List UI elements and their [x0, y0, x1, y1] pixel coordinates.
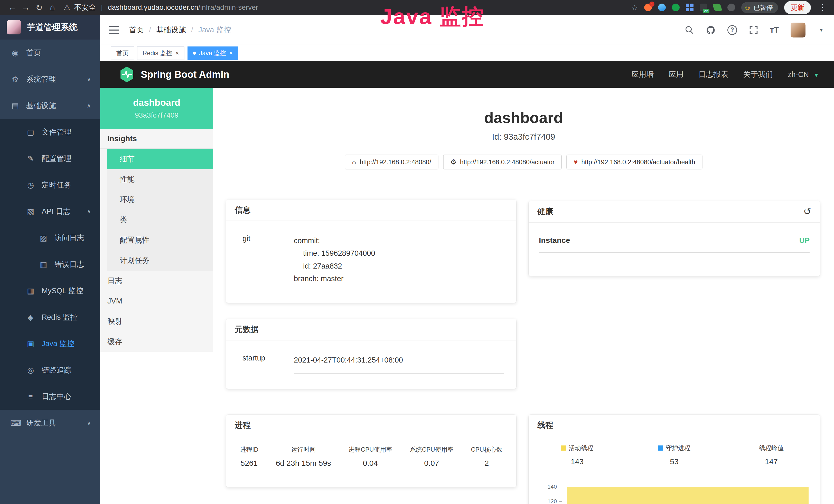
chevron-up-icon: ∧: [87, 208, 91, 215]
health-card: 健康 ↺ Instance UP: [529, 201, 820, 276]
extension-icon-fox[interactable]: 1: [644, 4, 652, 11]
sba-item-classes[interactable]: 类: [107, 210, 213, 230]
tab-home[interactable]: 首页: [111, 46, 134, 60]
sba-language-select[interactable]: zh-CN ▼: [788, 70, 819, 79]
sba-item-logs[interactable]: 日志: [100, 271, 213, 291]
security-warning-label: 不安全: [74, 3, 96, 12]
sba-item-caches[interactable]: 缓存: [100, 331, 213, 352]
bookmark-star-icon[interactable]: ☆: [631, 3, 638, 12]
security-warning-icon: ⚠: [64, 3, 70, 12]
sidebar-item-tracing[interactable]: ◎ 链路追踪: [0, 357, 100, 383]
extension-icon-leaf[interactable]: [713, 3, 722, 12]
sidebar-item-jobs[interactable]: ◷ 定时任务: [0, 172, 100, 198]
profile-avatar-icon: ☺: [744, 4, 751, 12]
live-threads-area: [567, 487, 809, 504]
sidebar-item-config[interactable]: ✎ 配置管理: [0, 145, 100, 172]
history-icon[interactable]: ↺: [804, 206, 811, 217]
breadcrumb-home[interactable]: 首页: [129, 25, 144, 35]
edit-icon: ✎: [26, 154, 36, 163]
sba-nav-wallboard[interactable]: 应用墙: [631, 69, 654, 79]
sidebar-item-log-center[interactable]: ≡ 日志中心: [0, 383, 100, 410]
app-logo[interactable]: 芋道管理系统: [0, 15, 100, 40]
tab-redis-monitor[interactable]: Redis 监控 ×: [137, 46, 184, 60]
actuator-url-link[interactable]: ⚙ http://192.168.0.2:48080/actuator: [443, 155, 562, 169]
search-icon[interactable]: [685, 25, 694, 35]
sidebar-item-java-monitor[interactable]: ▣ Java 监控: [0, 330, 100, 357]
threads-card: 线程 活动线程 143 守护进程 53 线程峰值 147 140 120 100: [529, 415, 820, 504]
sba-item-mappings[interactable]: 映射: [100, 311, 213, 331]
java-monitor-icon: ▣: [26, 339, 36, 348]
process-card-title: 进程: [235, 420, 251, 431]
extension-icon-drop[interactable]: [658, 4, 666, 11]
sidebar-item-system[interactable]: ⚙ 系统管理 ∨: [0, 66, 100, 92]
app-sidebar: 芋道管理系统 ◉ 首页 ⚙ 系统管理 ∨ ▤ 基础设施 ∧ ▢ 文件管理 ✎ 配…: [0, 15, 100, 504]
address-bar[interactable]: ⚠ 不安全 | dashboard.yudao.iocoder.cn/infra…: [64, 3, 258, 12]
reload-icon[interactable]: ↻: [32, 3, 46, 13]
sba-nav-about[interactable]: 关于我们: [743, 69, 773, 79]
user-avatar[interactable]: [791, 23, 806, 38]
sba-nav-journal[interactable]: 日志报表: [698, 69, 728, 79]
sidebar-item-files[interactable]: ▢ 文件管理: [0, 119, 100, 145]
sba-item-jvm[interactable]: JVM: [100, 291, 213, 311]
sidebar-item-home[interactable]: ◉ 首页: [0, 40, 100, 66]
browser-menu-icon[interactable]: ⋮: [817, 3, 828, 12]
close-icon[interactable]: ×: [175, 50, 179, 56]
api-log-icon: ▧: [26, 207, 36, 216]
extension-icon-green[interactable]: [672, 4, 680, 11]
home-icon[interactable]: ⌂: [46, 3, 59, 12]
sba-item-config-props[interactable]: 配置属性: [107, 230, 213, 250]
sidebar-item-access-log[interactable]: ▨ 访问日志: [0, 225, 100, 251]
chrome-update-button[interactable]: 更新: [784, 1, 811, 14]
sba-item-scheduled-tasks[interactable]: 计划任务: [107, 250, 213, 271]
sidebar-item-infrastructure[interactable]: ▤ 基础设施 ∧: [0, 92, 100, 119]
health-url-link[interactable]: ♥ http://192.168.0.2:48080/actuator/heal…: [566, 155, 702, 169]
fullscreen-icon[interactable]: [749, 25, 758, 35]
file-icon: ▢: [26, 128, 36, 137]
sba-item-environment[interactable]: 环境: [107, 189, 213, 210]
metadata-value: 2021-04-27T00:44:31.254+08:00: [294, 354, 504, 373]
back-icon[interactable]: ←: [6, 3, 19, 12]
tab-java-monitor[interactable]: Java 监控 ×: [188, 46, 238, 60]
info-card: 信息 git commit: time: 1596289704000 id: 2…: [226, 200, 516, 303]
extension-icon-grid[interactable]: [686, 4, 694, 11]
wrench-icon: ⚙: [450, 158, 456, 166]
sba-item-metrics[interactable]: 性能: [107, 169, 213, 189]
access-log-icon: ▨: [39, 233, 48, 243]
sba-brand-title[interactable]: Spring Boot Admin: [141, 69, 229, 80]
sba-item-details[interactable]: 细节: [107, 149, 213, 169]
avatar-caret-icon[interactable]: ▾: [820, 27, 823, 33]
process-metric: 进程ID 5261: [240, 445, 258, 467]
app-logo-image: [7, 20, 21, 35]
info-key: git: [242, 234, 294, 292]
forward-icon[interactable]: →: [19, 3, 32, 12]
chevron-down-icon: ∨: [87, 420, 91, 427]
metadata-card-title: 元数据: [235, 324, 259, 335]
health-row: Instance UP: [539, 236, 810, 253]
sidebar-item-redis-monitor[interactable]: ◈ Redis 监控: [0, 304, 100, 330]
help-icon[interactable]: ?: [727, 25, 737, 35]
url-path: /infra/admin-server: [198, 3, 258, 11]
github-icon[interactable]: [706, 25, 716, 35]
mysql-icon: ▦: [26, 286, 36, 295]
address-separator: |: [100, 4, 104, 12]
sidebar-item-api-log[interactable]: ▧ API 日志 ∧: [0, 198, 100, 225]
close-icon[interactable]: ×: [229, 50, 233, 56]
sidebar-item-error-log[interactable]: ▥ 错误日志: [0, 251, 100, 278]
extension-on-badge: on: [703, 9, 710, 13]
y-axis-tick: 140: [542, 483, 562, 490]
extension-icon-dark[interactable]: [727, 4, 735, 11]
font-size-icon[interactable]: тT: [770, 25, 779, 35]
extension-icon-proxy[interactable]: on: [700, 4, 707, 11]
log-center-icon: ≡: [26, 392, 36, 401]
sba-instance-block[interactable]: dashboard 93a3fc7f7409: [100, 88, 213, 129]
sba-nav-applications[interactable]: 应用: [668, 69, 683, 79]
sidebar-item-mysql-monitor[interactable]: ▦ MySQL 监控: [0, 278, 100, 304]
chevron-down-icon: ▼: [813, 72, 819, 78]
sidebar-item-devtools[interactable]: ⌨ 研发工具 ∨: [0, 410, 100, 436]
breadcrumb-infrastructure[interactable]: 基础设施: [156, 25, 186, 35]
hamburger-icon[interactable]: [109, 26, 119, 34]
instance-links-row: ⌂ http://192.168.0.2:48080/ ⚙ http://192…: [213, 155, 834, 169]
service-url-link[interactable]: ⌂ http://192.168.0.2:48080/: [345, 155, 438, 169]
infrastructure-icon: ▤: [10, 101, 20, 110]
profile-paused-chip[interactable]: ☺ 已暂停: [741, 2, 778, 13]
